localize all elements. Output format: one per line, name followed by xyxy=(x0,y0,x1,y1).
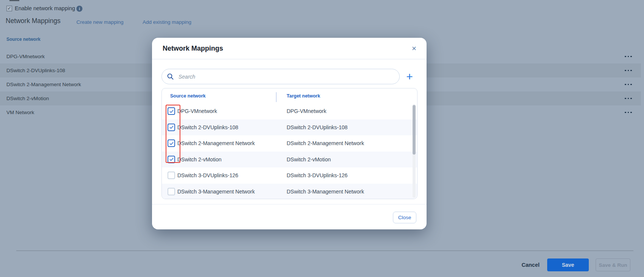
target-network-cell: DSwitch 2-Management Network xyxy=(287,140,364,146)
enable-network-mapping-label: Enable network mapping xyxy=(15,5,75,11)
row-actions-ellipsis-icon[interactable] xyxy=(625,98,632,99)
mapping-checkbox-unchecked[interactable] xyxy=(168,188,175,195)
network-row-label: DSwitch 2-DVUplinks-108 xyxy=(6,68,65,73)
target-network-cell: DSwitch 3-Management Network xyxy=(287,189,364,195)
network-row-label: DPG-VMnetwork xyxy=(6,54,45,59)
mapping-row: DSwitch 3-Management NetworkDSwitch 3-Ma… xyxy=(162,184,417,200)
mapping-checkbox-checked[interactable] xyxy=(168,107,175,115)
mapping-row: DSwitch 3-DVUplinks-126DSwitch 3-DVUplin… xyxy=(162,167,417,184)
scrollbar-thumb[interactable] xyxy=(413,105,416,155)
row-actions-ellipsis-icon[interactable] xyxy=(625,112,632,113)
target-network-cell: DPG-VMnetwork xyxy=(287,108,326,114)
modal-close-button[interactable]: Close xyxy=(393,212,416,223)
modal-header: Network Mappings xyxy=(152,38,427,59)
row-actions-ellipsis-icon[interactable] xyxy=(625,56,632,57)
mapping-row: DPG-VMnetworkDPG-VMnetwork xyxy=(162,103,417,119)
target-network-cell: DSwitch 2-DVUplinks-108 xyxy=(287,124,348,130)
network-row-label: VM Network xyxy=(6,110,34,115)
footer-divider-line xyxy=(16,251,633,251)
source-network-cell: DSwitch 3-DVUplinks-126 xyxy=(177,172,238,178)
add-mapping-plus-icon[interactable]: + xyxy=(403,69,416,84)
source-network-cell: DSwitch 2-vMotion xyxy=(177,156,222,162)
mapping-row: DSwitch 2-Management NetworkDSwitch 2-Ma… xyxy=(162,135,417,152)
page-title: Network Mappings xyxy=(6,17,61,25)
search-input[interactable] xyxy=(161,69,400,84)
close-icon[interactable]: ✕ xyxy=(409,43,419,53)
column-header-target: Target network xyxy=(287,93,320,99)
network-row-label: DSwitch 2-vMotion xyxy=(6,96,49,101)
source-network-cell: DPG-VMnetwork xyxy=(177,108,217,114)
mapping-checkbox-unchecked[interactable] xyxy=(168,172,175,179)
enable-network-mapping-row: ✓ Enable network mapping xyxy=(6,5,75,11)
source-network-cell: DSwitch 2-Management Network xyxy=(177,140,255,146)
mapping-row: DSwitch 2-DVUplinks-108DSwitch 2-DVUplin… xyxy=(162,119,417,136)
modal-footer-divider xyxy=(152,204,427,204)
mappings-table-rows: DPG-VMnetworkDPG-VMnetworkDSwitch 2-DVUp… xyxy=(162,103,417,199)
source-network-cell: DSwitch 2-DVUplinks-108 xyxy=(177,124,238,130)
add-existing-mapping-link[interactable]: Add existing mapping xyxy=(143,19,191,25)
mapping-checkbox-checked[interactable] xyxy=(168,156,175,163)
row-actions-ellipsis-icon[interactable] xyxy=(625,84,632,85)
column-header-source: Source network xyxy=(170,93,206,99)
target-network-cell: DSwitch 2-vMotion xyxy=(287,156,331,162)
column-divider xyxy=(276,92,276,102)
source-network-column-header: Source network xyxy=(6,37,40,42)
mappings-table-header: Source network Target network xyxy=(162,88,417,103)
clipped-element-sliver xyxy=(9,0,19,1)
mapping-checkbox-checked[interactable] xyxy=(168,139,175,147)
save-and-run-button[interactable]: Save & Run xyxy=(596,258,630,271)
cancel-button[interactable]: Cancel xyxy=(517,258,544,271)
mapping-checkbox-checked[interactable] xyxy=(168,124,175,131)
network-row-label: DSwitch 2-Management Network xyxy=(6,82,81,87)
mapping-row: DSwitch 2-vMotionDSwitch 2-vMotion xyxy=(162,152,417,168)
network-mappings-modal: Network Mappings ✕ + Source network Targ… xyxy=(152,38,427,229)
target-network-cell: DSwitch 3-DVUplinks-126 xyxy=(287,172,348,178)
modal-title: Network Mappings xyxy=(163,45,223,53)
create-new-mapping-link[interactable]: Create new mapping xyxy=(76,19,124,25)
scrollbar-track[interactable] xyxy=(413,104,416,198)
mappings-table: Source network Target network DPG-VMnetw… xyxy=(161,88,417,199)
save-button[interactable]: Save xyxy=(547,258,589,271)
row-actions-ellipsis-icon[interactable] xyxy=(625,70,632,71)
enable-network-mapping-checkbox[interactable]: ✓ xyxy=(6,6,12,11)
info-icon[interactable]: i xyxy=(76,6,82,12)
search-field-wrap xyxy=(161,69,400,84)
source-network-cell: DSwitch 3-Management Network xyxy=(177,189,255,195)
